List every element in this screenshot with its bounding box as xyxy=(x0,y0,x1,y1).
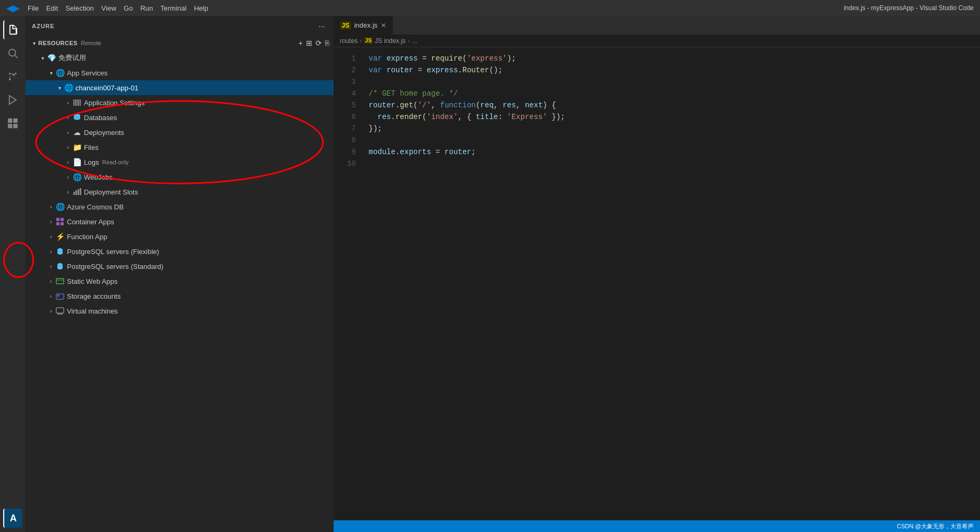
virtual-machines-item[interactable]: Virtual machines xyxy=(25,303,334,318)
app-services-item[interactable]: 🌐 App Services xyxy=(25,65,334,80)
databases-chevron xyxy=(64,113,72,122)
add-resource-button[interactable]: + xyxy=(299,39,303,47)
webjobs-chevron xyxy=(64,173,72,181)
git-activity-icon[interactable] xyxy=(3,67,22,86)
virtual-machines-icon xyxy=(55,306,65,316)
code-line-6: res.render('index', { title: 'Express' }… xyxy=(369,111,980,123)
storage-accounts-label: Storage accounts xyxy=(67,292,121,300)
search-activity-icon[interactable] xyxy=(3,44,22,63)
svg-rect-17 xyxy=(75,190,77,195)
svg-rect-20 xyxy=(56,218,59,221)
svg-rect-22 xyxy=(56,222,59,225)
app-services-chevron xyxy=(47,69,55,77)
subscription-chevron xyxy=(38,54,47,62)
breadcrumb-file[interactable]: JS index.js xyxy=(375,37,406,45)
line-num-7: 7 xyxy=(334,123,356,134)
svg-line-1 xyxy=(15,56,18,58)
cosmos-db-item[interactable]: 🌐 Azure Cosmos DB xyxy=(25,199,334,214)
webjobs-icon: 🌐 xyxy=(72,172,82,182)
code-line-3 xyxy=(369,76,980,88)
line-num-10: 10 xyxy=(334,158,356,170)
code-content[interactable]: var express = require('express'); var ro… xyxy=(360,47,980,520)
static-web-apps-label: Static Web Apps xyxy=(67,277,117,285)
svg-rect-16 xyxy=(73,192,75,195)
svg-rect-13 xyxy=(78,99,79,106)
postgresql-std-item[interactable]: PostgreSQL servers (Standard) xyxy=(25,259,334,274)
code-line-10 xyxy=(369,158,980,170)
attribution-text: CSDN @大象无形，大音希声 xyxy=(897,522,974,530)
container-apps-item[interactable]: Container Apps xyxy=(25,214,334,229)
files-activity-icon[interactable] xyxy=(3,20,22,39)
selected-app-item[interactable]: 🌐 chancein007-app-01 xyxy=(25,80,334,95)
app-settings-icon xyxy=(72,98,82,107)
menu-view[interactable]: View xyxy=(101,4,116,12)
panel-more-button[interactable]: ··· xyxy=(316,20,327,31)
breadcrumb-sep-1: › xyxy=(360,37,362,45)
selected-app-chevron xyxy=(55,83,64,92)
code-editor: 1 2 3 4 5 6 7 8 9 10 var express = requi… xyxy=(334,47,980,520)
virtual-machines-chevron xyxy=(47,307,55,315)
svg-rect-30 xyxy=(56,308,64,313)
menu-help[interactable]: Help xyxy=(194,4,208,12)
editor-tab-indexjs[interactable]: JS index.js ✕ xyxy=(334,16,393,35)
breadcrumb-sep-2: › xyxy=(408,37,410,45)
debug-activity-icon[interactable] xyxy=(3,90,22,109)
tab-close-button[interactable]: ✕ xyxy=(381,22,386,29)
menu-edit[interactable]: Edit xyxy=(46,4,58,12)
container-apps-chevron xyxy=(47,217,55,226)
resources-chevron[interactable] xyxy=(30,39,38,47)
cosmos-db-label: Azure Cosmos DB xyxy=(67,203,124,211)
line-num-9: 9 xyxy=(334,146,356,158)
logs-item[interactable]: 📄 Logs Read-only xyxy=(25,155,334,170)
files-item[interactable]: 📁 Files xyxy=(25,140,334,155)
deployments-item[interactable]: ☁ Deployments xyxy=(25,125,334,140)
breadcrumb-routes[interactable]: routes xyxy=(340,37,357,45)
code-line-7: }); xyxy=(369,123,980,134)
tab-label: index.js xyxy=(354,21,378,29)
subscription-item[interactable]: 💎 免费试用 xyxy=(25,50,334,65)
svg-rect-8 xyxy=(8,124,12,128)
selected-app-label: chancein007-app-01 xyxy=(75,84,139,92)
code-line-8 xyxy=(369,134,980,146)
svg-rect-29 xyxy=(57,295,59,297)
function-app-item[interactable]: ⚡ Function App xyxy=(25,229,334,244)
deployment-slots-icon xyxy=(72,187,82,197)
postgresql-flex-item[interactable]: PostgreSQL servers (Flexible) xyxy=(25,244,334,259)
svg-rect-12 xyxy=(76,99,78,106)
tab-bar: JS index.js ✕ xyxy=(334,16,980,35)
breadcrumb: routes › JS JS index.js › ... xyxy=(334,35,980,47)
deployment-slots-item[interactable]: Deployment Slots xyxy=(25,184,334,199)
svg-point-0 xyxy=(9,49,16,56)
resources-toolbar: + ⊞ ⟳ ⎘ xyxy=(299,39,329,47)
static-web-apps-chevron xyxy=(47,277,55,285)
open-in-portal-button[interactable]: ⎘ xyxy=(325,39,329,47)
sidebar-panel-header: AZURE ··· xyxy=(25,16,334,36)
svg-marker-5 xyxy=(10,96,16,105)
cosmos-db-icon: 🌐 xyxy=(55,202,65,212)
static-web-apps-item[interactable]: Static Web Apps xyxy=(25,274,334,289)
files-item-icon: 📁 xyxy=(72,142,82,152)
group-resource-button[interactable]: ⊞ xyxy=(306,39,312,47)
menu-file[interactable]: File xyxy=(28,4,39,12)
storage-accounts-chevron xyxy=(47,292,55,300)
extensions-activity-icon[interactable] xyxy=(3,114,22,133)
menu-go[interactable]: Go xyxy=(124,4,133,12)
function-app-chevron xyxy=(47,232,55,241)
azure-sidebar: AZURE ··· RESOURCES Remote + ⊞ ⟳ ⎘ 💎 免费试 xyxy=(25,16,334,532)
storage-accounts-item[interactable]: Storage accounts xyxy=(25,289,334,303)
menu-run[interactable]: Run xyxy=(140,4,153,12)
app-settings-item[interactable]: Application Settings xyxy=(25,95,334,110)
code-line-2: var router = express.Router(); xyxy=(369,64,980,76)
menu-terminal[interactable]: Terminal xyxy=(160,4,186,12)
line-num-4: 4 xyxy=(334,88,356,99)
azure-activity-icon[interactable]: A xyxy=(3,509,22,528)
breadcrumb-more[interactable]: ... xyxy=(412,37,417,45)
databases-item[interactable]: Databases xyxy=(25,110,334,125)
refresh-resource-button[interactable]: ⟳ xyxy=(316,39,322,47)
svg-rect-11 xyxy=(75,99,76,106)
menu-selection[interactable]: Selection xyxy=(65,4,93,12)
activity-bar: A xyxy=(0,16,25,532)
webjobs-item[interactable]: 🌐 WebJobs xyxy=(25,170,334,184)
line-num-2: 2 xyxy=(334,64,356,76)
subscription-label: 免费试用 xyxy=(58,53,86,63)
